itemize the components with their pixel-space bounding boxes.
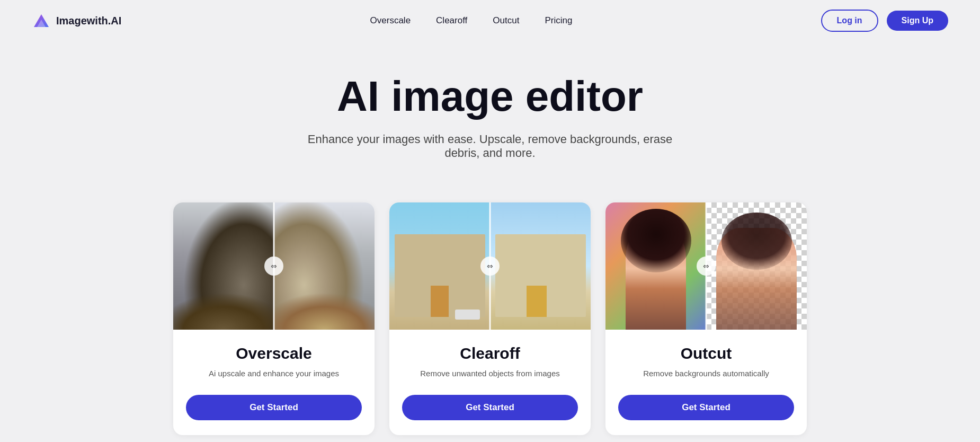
nav-pricing[interactable]: Pricing: [545, 15, 572, 26]
outcut-title: Outcut: [618, 344, 794, 363]
outcut-cta[interactable]: Get Started: [618, 395, 794, 420]
overscale-handle: ⇔: [264, 257, 283, 276]
logo-icon: [32, 11, 51, 30]
outcut-image: ⇔: [605, 202, 807, 330]
overscale-body: Overscale Ai upscale and enhance your im…: [173, 330, 375, 435]
overscale-desc: Ai upscale and enhance your images: [186, 368, 362, 380]
card-clearoff: ⇔ Clearoff Remove unwanted objects from …: [389, 202, 591, 435]
outcut-body: Outcut Remove backgrounds automatically …: [605, 330, 807, 435]
nav-links: Overscale Clearoff Outcut Pricing: [370, 15, 573, 26]
clearoff-title: Clearoff: [402, 344, 578, 363]
signup-button[interactable]: Sign Up: [887, 11, 948, 31]
overscale-title: Overscale: [186, 344, 362, 363]
logo[interactable]: Imagewith.AI: [32, 11, 121, 30]
clearoff-desc: Remove unwanted objects from images: [402, 368, 578, 380]
hero-title: AI image editor: [11, 73, 969, 120]
clearoff-cta[interactable]: Get Started: [402, 395, 578, 420]
cards-section: ⇔ Overscale Ai upscale and enhance your …: [0, 181, 980, 442]
outcut-handle: ⇔: [697, 257, 716, 276]
hero-subtitle: Enhance your images with ease. Upscale, …: [305, 132, 675, 160]
card-overscale: ⇔ Overscale Ai upscale and enhance your …: [173, 202, 375, 435]
clearoff-body: Clearoff Remove unwanted objects from im…: [389, 330, 591, 435]
hero-section: AI image editor Enhance your images with…: [0, 41, 980, 181]
overscale-image: ⇔: [173, 202, 375, 330]
card-outcut: ⇔ Outcut Remove backgrounds automaticall…: [605, 202, 807, 435]
nav-buttons: Log in Sign Up: [821, 10, 948, 32]
navbar: Imagewith.AI Overscale Clearoff Outcut P…: [0, 0, 980, 41]
brand-name: Imagewith.AI: [56, 15, 121, 27]
nav-clearoff[interactable]: Clearoff: [436, 15, 467, 26]
nav-overscale[interactable]: Overscale: [370, 15, 411, 26]
outcut-desc: Remove backgrounds automatically: [618, 368, 794, 380]
overscale-cta[interactable]: Get Started: [186, 395, 362, 420]
clearoff-handle: ⇔: [480, 257, 500, 276]
clearoff-image: ⇔: [389, 202, 591, 330]
login-button[interactable]: Log in: [821, 10, 878, 32]
nav-outcut[interactable]: Outcut: [493, 15, 519, 26]
